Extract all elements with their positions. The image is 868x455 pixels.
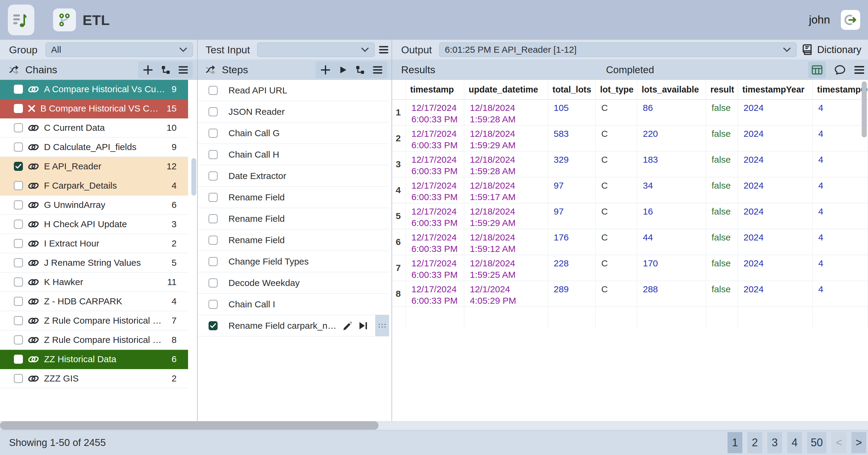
page-button[interactable]: 50 (807, 432, 827, 453)
step-row[interactable]: Date Extractor (198, 165, 389, 187)
chain-checkbox[interactable] (14, 181, 23, 190)
step-row[interactable]: Rename Field (198, 208, 389, 230)
column-header-result[interactable]: result (706, 80, 738, 99)
chain-checkbox[interactable] (14, 258, 23, 267)
results-vertical-scrollbar-thumb[interactable] (862, 82, 867, 137)
chain-row[interactable]: H Check API Update 3 (0, 215, 188, 234)
chain-checkbox[interactable] (14, 316, 23, 325)
step-checkbox[interactable] (209, 321, 218, 330)
chain-row[interactable]: ZZ Historical Data 6 (0, 350, 188, 369)
table-row[interactable]: 412/17/2024 6:00:33 PM12/18/2024 1:59:17… (392, 177, 868, 203)
chain-checkbox[interactable] (14, 200, 23, 209)
run-steps-button[interactable] (338, 65, 347, 74)
chain-row[interactable]: E API_Reader 12 (0, 157, 188, 176)
step-checkbox[interactable] (209, 150, 218, 159)
step-row[interactable]: Rename Field carpark_n… (198, 315, 389, 336)
chains-scrollbar-thumb[interactable] (191, 158, 196, 196)
chain-checkbox[interactable] (14, 374, 23, 383)
logout-button[interactable] (841, 10, 860, 30)
step-checkbox[interactable] (209, 193, 218, 202)
step-row[interactable]: Rename Field (198, 230, 389, 251)
step-row[interactable]: Chain Call H (198, 144, 389, 165)
chain-row[interactable]: A Compare Historical Vs Cu… 9 (0, 80, 188, 99)
step-checkbox[interactable] (209, 86, 218, 95)
table-row[interactable]: 512/17/2024 6:00:33 PM12/18/2024 1:59:29… (392, 203, 868, 229)
step-row[interactable]: Change Field Types (198, 251, 389, 272)
add-step-button[interactable] (320, 65, 331, 75)
group-select[interactable]: All (45, 42, 193, 57)
test-input-menu-button[interactable] (379, 45, 389, 55)
column-header-total_lots[interactable]: total_lots (548, 80, 595, 99)
page-button[interactable]: 1 (727, 432, 742, 453)
step-row[interactable]: Chain Call I (198, 294, 389, 315)
step-row[interactable]: Rename Field (198, 187, 389, 208)
chain-checkbox[interactable] (14, 355, 23, 364)
horizontal-scrollbar[interactable] (0, 421, 868, 430)
chain-row[interactable]: F Carpark_Details 4 (0, 176, 188, 196)
chain-checkbox[interactable] (14, 278, 23, 287)
column-header-timestamp[interactable]: timestamp (406, 80, 464, 99)
step-checkbox[interactable] (209, 300, 218, 309)
step-checkbox[interactable] (209, 107, 218, 116)
edit-step-button[interactable] (342, 320, 353, 331)
step-checkbox[interactable] (209, 257, 218, 266)
chain-row[interactable]: Z - HDB CARPARK 4 (0, 292, 188, 311)
table-row[interactable]: 612/17/2024 6:00:33 PM12/18/2024 1:59:12… (392, 229, 868, 255)
drag-handle[interactable] (375, 315, 389, 336)
chain-row[interactable]: G UnwindArray 6 (0, 196, 188, 215)
add-chain-button[interactable] (143, 65, 153, 75)
chain-row[interactable]: K Hawker 11 (0, 273, 188, 292)
chain-row[interactable]: Z Rule Compare Historical … 8 (0, 330, 188, 350)
chain-row[interactable]: ZZZ GIS 2 (0, 369, 188, 388)
table-row[interactable]: 212/17/2024 6:00:33 PM12/18/2024 1:59:29… (392, 125, 868, 151)
chain-row[interactable]: I Extract Hour 2 (0, 234, 188, 253)
page-button[interactable]: 4 (787, 432, 802, 453)
chain-row[interactable]: B Compare Historical VS C… 15 (0, 99, 188, 119)
test-input-select[interactable] (257, 42, 375, 57)
column-header-timestampYear[interactable]: timestampYear (738, 80, 812, 99)
steps-menu-button[interactable] (373, 65, 382, 75)
chain-row[interactable]: J Rename String Values 5 (0, 253, 188, 273)
output-select[interactable]: 6:01:25 PM E API_Reader [1-12] (439, 42, 797, 57)
chain-checkbox[interactable] (14, 335, 23, 345)
chain-hierarchy-button[interactable] (161, 65, 170, 75)
column-header-lots_available[interactable]: lots_available (637, 80, 706, 99)
chain-row[interactable]: D Calculate_API_fields 9 (0, 138, 188, 157)
chain-checkbox[interactable] (14, 162, 23, 171)
page-button[interactable]: 3 (767, 432, 782, 453)
step-checkbox[interactable] (209, 236, 218, 245)
chain-row[interactable]: C Current Data 10 (0, 119, 188, 138)
column-header-update_datetime[interactable]: update_datetime (464, 80, 548, 99)
chain-checkbox[interactable] (14, 123, 23, 132)
chain-row[interactable]: Z Rule Compare Historical … 7 (0, 311, 188, 330)
page-button[interactable]: 2 (747, 432, 762, 453)
column-header-lot_type[interactable]: lot_type (595, 80, 637, 99)
step-checkbox[interactable] (209, 279, 218, 288)
chain-checkbox[interactable] (14, 239, 23, 248)
horizontal-scrollbar-thumb[interactable] (0, 421, 378, 430)
table-row[interactable]: 712/17/2024 6:00:33 PM12/18/2024 1:59:25… (392, 255, 868, 281)
table-row[interactable]: 812/17/2024 6:00:33 PM12/1/2024 4:05:29 … (392, 281, 868, 307)
prev-page-button[interactable]: < (832, 432, 846, 453)
step-hierarchy-button[interactable] (355, 65, 365, 75)
run-to-step-button[interactable] (358, 321, 368, 331)
chains-menu-button[interactable] (179, 65, 188, 75)
next-page-button[interactable]: > (851, 432, 866, 453)
step-row[interactable]: Chain Call G (198, 123, 389, 144)
step-row[interactable]: Decode Weekday (198, 272, 389, 294)
step-checkbox[interactable] (209, 214, 218, 223)
chain-checkbox[interactable] (14, 142, 23, 152)
chain-checkbox[interactable] (14, 297, 23, 306)
step-checkbox[interactable] (209, 129, 218, 138)
results-menu-button[interactable] (854, 65, 864, 75)
dictionary-button[interactable]: Dictionary (797, 43, 866, 56)
app-logo-button[interactable] (8, 4, 34, 35)
column-header-timestampQuarter[interactable]: timestampQuarter (812, 80, 868, 99)
step-row[interactable]: JSON Reader (198, 101, 389, 123)
comments-button[interactable] (831, 62, 849, 78)
table-view-button[interactable] (808, 62, 826, 78)
chain-checkbox[interactable] (14, 220, 23, 229)
table-row[interactable]: 112/17/2024 6:00:33 PM12/18/2024 1:59:28… (392, 99, 868, 125)
chain-checkbox[interactable] (14, 104, 23, 113)
table-row[interactable]: 312/17/2024 6:00:33 PM12/18/2024 1:59:28… (392, 151, 868, 177)
